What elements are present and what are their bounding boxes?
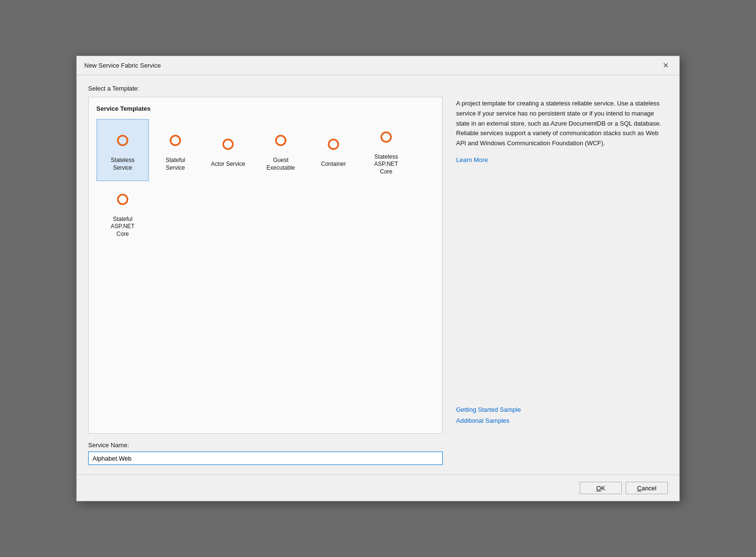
svg-point-19 <box>286 135 293 141</box>
svg-point-40 <box>111 194 117 200</box>
template-stateless-aspnet-core[interactable]: StatelessASP.NETCore <box>360 119 412 181</box>
dialog-title: New Service Fabric Service <box>84 62 161 69</box>
stateful-aspnet-core-icon <box>110 187 135 212</box>
guest-executable-label: GuestExecutable <box>266 157 295 172</box>
templates-grid: StatelessService StatefulService <box>96 119 435 244</box>
svg-point-35 <box>381 132 391 142</box>
svg-point-27 <box>324 149 331 155</box>
svg-point-14 <box>230 149 237 155</box>
template-stateful-aspnet-core[interactable]: StatefulASP.NETCore <box>96 181 149 244</box>
svg-point-15 <box>219 149 226 155</box>
container-label: Container <box>321 161 346 168</box>
svg-point-3 <box>114 145 120 151</box>
svg-point-29 <box>329 139 338 149</box>
svg-point-41 <box>118 195 127 204</box>
svg-point-31 <box>391 131 398 138</box>
container-icon <box>321 132 346 157</box>
svg-point-34 <box>374 131 381 138</box>
learn-more-link[interactable]: Learn More <box>456 156 664 163</box>
guest-executable-icon <box>268 128 293 153</box>
description-text: A project template for creating a statel… <box>456 99 664 149</box>
stateless-aspnet-core-label: StatelessASP.NETCore <box>374 153 398 176</box>
template-container[interactable]: Container <box>307 119 360 181</box>
getting-started-sample-link[interactable]: Getting Started Sample <box>456 406 664 413</box>
svg-point-28 <box>321 139 328 145</box>
svg-point-33 <box>377 141 384 148</box>
svg-point-21 <box>272 145 278 151</box>
template-stateful-service[interactable]: StatefulService <box>149 119 202 181</box>
template-guest-executable[interactable]: GuestExecutable <box>254 119 307 181</box>
svg-point-20 <box>283 145 290 151</box>
svg-point-32 <box>389 141 395 148</box>
svg-point-5 <box>118 136 127 145</box>
stateless-service-icon <box>110 128 135 153</box>
svg-point-11 <box>171 136 180 145</box>
right-panel: A project template for creating a statel… <box>452 97 668 434</box>
svg-point-37 <box>128 194 135 200</box>
svg-point-1 <box>128 135 135 141</box>
additional-samples-link[interactable]: Additional Samples <box>456 417 664 424</box>
svg-point-39 <box>114 204 120 210</box>
ok-label: OK <box>596 485 606 492</box>
actor-service-icon <box>216 132 241 157</box>
svg-point-25 <box>339 139 345 145</box>
stateless-service-label: StatelessService <box>111 157 134 172</box>
service-name-label: Service Name: <box>88 441 668 449</box>
svg-point-23 <box>276 136 286 145</box>
svg-point-7 <box>181 135 187 141</box>
ok-button[interactable]: OK <box>580 482 622 494</box>
svg-point-26 <box>336 149 343 155</box>
service-name-section: Service Name: <box>88 441 668 465</box>
select-template-label: Select a Template: <box>88 85 668 92</box>
svg-point-22 <box>269 135 275 141</box>
svg-point-4 <box>111 135 117 141</box>
actor-service-label: Actor Service <box>211 161 245 168</box>
dialog-body: Select a Template: Service Templates <box>77 75 679 475</box>
svg-point-17 <box>223 139 233 149</box>
svg-point-16 <box>216 139 223 145</box>
close-button[interactable]: ✕ <box>660 61 672 70</box>
stateful-aspnet-core-label: StatefulASP.NETCore <box>111 216 135 238</box>
dialog-footer: OK Cancel <box>77 475 679 501</box>
svg-point-8 <box>178 145 184 151</box>
svg-point-10 <box>163 135 170 141</box>
stateless-aspnet-core-icon <box>374 125 399 150</box>
template-stateless-service[interactable]: StatelessService <box>96 119 149 181</box>
new-service-fabric-dialog: New Service Fabric Service ✕ Select a Te… <box>76 56 680 501</box>
stateful-service-label: StatefulService <box>166 157 185 172</box>
content-area: Service Templates StatelessService <box>88 97 668 434</box>
svg-point-38 <box>125 204 132 210</box>
svg-point-9 <box>166 145 173 151</box>
stateful-service-icon <box>163 128 188 153</box>
samples-section: Getting Started Sample Additional Sample… <box>456 406 664 432</box>
template-actor-service[interactable]: Actor Service <box>202 119 254 181</box>
service-templates-title: Service Templates <box>96 105 435 112</box>
title-bar: New Service Fabric Service ✕ <box>77 56 679 75</box>
svg-point-13 <box>233 139 240 145</box>
left-panel: Service Templates StatelessService <box>88 97 443 434</box>
cancel-button[interactable]: Cancel <box>626 482 668 494</box>
cancel-label: Cancel <box>637 485 656 492</box>
svg-point-2 <box>125 145 132 151</box>
service-name-input[interactable] <box>88 452 443 465</box>
